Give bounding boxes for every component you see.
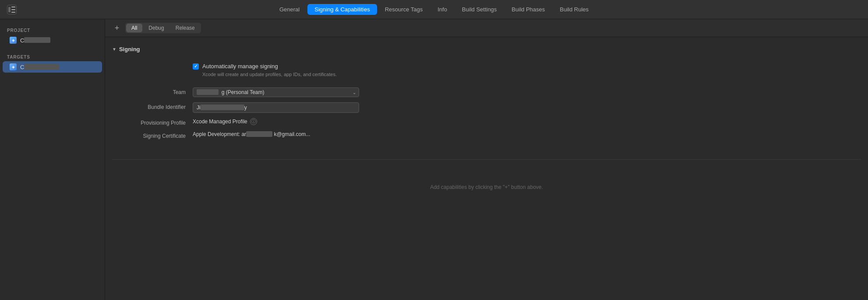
tab-signing-capabilities[interactable]: Signing & Capabilities (307, 4, 377, 15)
svg-rect-3 (11, 12, 15, 13)
tab-general[interactable]: General (272, 4, 307, 15)
tab-build-settings[interactable]: Build Settings (455, 4, 504, 15)
checkbox-check-icon: ✓ (194, 64, 198, 69)
sidebar-toggle-button[interactable] (7, 5, 17, 14)
top-tab-bar: General Signing & Capabilities Resource … (0, 0, 868, 19)
filter-bar: + All Debug Release (105, 19, 868, 37)
filter-tab-all[interactable]: All (126, 24, 142, 32)
signing-certificate-value: Apple Development: ar k@gmail.com... (193, 131, 842, 137)
signing-certificate-label: Signing Certificate (105, 131, 193, 139)
svg-rect-2 (11, 9, 15, 10)
bundle-id-label: Bundle Identifier (105, 102, 193, 110)
provisioning-profile-text: Xcode Managed Profile (193, 119, 247, 125)
content-scroll: ▼ Signing ✓ Automatically manage signing… (105, 37, 868, 300)
tab-info[interactable]: Info (430, 4, 454, 15)
filter-tab-group: All Debug Release (125, 23, 201, 33)
content-area: + All Debug Release ▼ Signing (105, 19, 868, 300)
project-icon: ◈ (10, 37, 17, 44)
project-item-text: C (20, 37, 50, 44)
team-select[interactable]: g (Personal Team) ⌄ (193, 87, 359, 97)
top-tab-list: General Signing & Capabilities Resource … (272, 4, 596, 15)
signing-section-title: Signing (119, 46, 140, 52)
tab-build-rules[interactable]: Build Rules (553, 4, 596, 15)
tab-build-phases[interactable]: Build Phases (505, 4, 552, 15)
provisioning-info-icon[interactable]: ⓘ (250, 118, 257, 125)
team-select-arrow-icon: ⌄ (353, 90, 356, 95)
project-section-label: PROJECT (0, 24, 105, 35)
sidebar-item-project[interactable]: ◈ C (3, 35, 102, 46)
target-icon: ◈ (10, 63, 17, 70)
auto-manage-checkbox[interactable]: ✓ (193, 63, 199, 70)
filter-tab-debug[interactable]: Debug (143, 24, 169, 32)
provisioning-profile-row: Provisioning Profile Xcode Managed Profi… (105, 115, 868, 129)
bundle-id-input[interactable]: Ji y (193, 102, 359, 113)
signing-certificate-row: Signing Certificate Apple Development: a… (105, 129, 868, 142)
bundle-id-text: Ji y (197, 105, 247, 111)
team-select-text: g (Personal Team) (197, 89, 265, 95)
signing-chevron-icon: ▼ (112, 47, 116, 52)
auto-sign-checkbox-row: ✓ Automatically manage signing (193, 63, 337, 70)
signing-certificate-text: Apple Development: ar k@gmail.com... (193, 131, 310, 137)
signing-section-header[interactable]: ▼ Signing (105, 44, 868, 56)
svg-rect-0 (8, 7, 11, 12)
add-capability-button[interactable]: + (112, 23, 122, 33)
provisioning-profile-label: Provisioning Profile (105, 118, 193, 126)
sidebar: PROJECT ◈ C TARGETS ◈ C (0, 19, 105, 300)
bundle-id-row: Bundle Identifier Ji y (105, 100, 868, 115)
team-row: Team g (Personal Team) ⌄ (105, 85, 868, 100)
section-divider (112, 159, 861, 160)
svg-rect-1 (11, 7, 15, 7)
auto-manage-signing-row: ✓ Automatically manage signing Xcode wil… (105, 59, 868, 80)
auto-manage-description: Xcode will create and update profiles, a… (193, 71, 337, 78)
capabilities-footer: Add capabilities by clicking the "+" but… (105, 167, 868, 208)
targets-section-label: TARGETS (0, 51, 105, 61)
sidebar-item-target[interactable]: ◈ C (3, 61, 102, 73)
target-item-text: C (20, 64, 59, 70)
team-label: Team (105, 87, 193, 95)
signing-form: ✓ Automatically manage signing Xcode wil… (105, 56, 868, 152)
tab-resource-tags[interactable]: Resource Tags (378, 4, 430, 15)
auto-sign-content: ✓ Automatically manage signing Xcode wil… (193, 63, 337, 78)
filter-tab-release[interactable]: Release (170, 24, 200, 32)
team-field-value: g (Personal Team) ⌄ (193, 87, 842, 97)
bundle-id-field-value: Ji y (193, 102, 842, 113)
main-layout: PROJECT ◈ C TARGETS ◈ C + All Debug Re (0, 19, 868, 300)
provisioning-profile-value: Xcode Managed Profile ⓘ (193, 118, 842, 125)
auto-manage-label: Automatically manage signing (202, 63, 278, 70)
